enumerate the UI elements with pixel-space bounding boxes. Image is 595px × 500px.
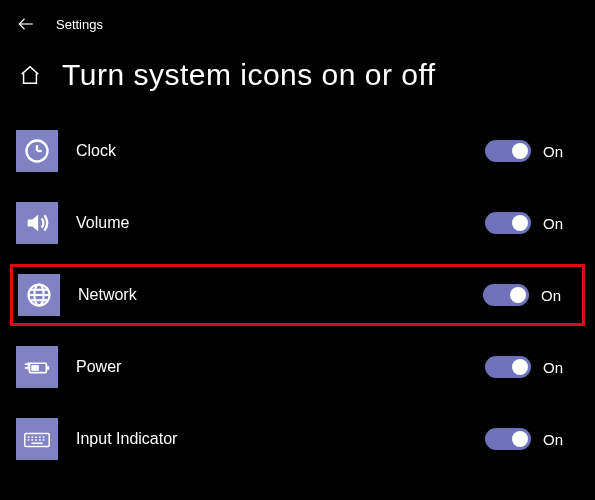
item-label: Power xyxy=(76,358,485,376)
toggle-network[interactable] xyxy=(483,284,529,306)
volume-icon xyxy=(16,202,58,244)
toggle-group: On xyxy=(485,140,569,162)
svg-rect-12 xyxy=(28,362,30,370)
toggle-clock[interactable] xyxy=(485,140,531,162)
toggle-state-label: On xyxy=(543,359,569,376)
back-arrow-icon xyxy=(17,15,35,33)
svg-rect-8 xyxy=(46,366,49,370)
header: Settings xyxy=(0,0,595,44)
power-icon xyxy=(16,346,58,388)
list-item-network: Network On xyxy=(12,266,583,324)
item-label: Volume xyxy=(76,214,485,232)
toggle-group: On xyxy=(483,284,567,306)
svg-rect-9 xyxy=(31,365,39,371)
toggle-state-label: On xyxy=(543,215,569,232)
toggle-group: On xyxy=(485,356,569,378)
toggle-state-label: On xyxy=(541,287,567,304)
item-label: Network xyxy=(78,286,483,304)
toggle-group: On xyxy=(485,212,569,234)
page-heading-row: Turn system icons on or off xyxy=(0,44,595,102)
network-icon xyxy=(18,274,60,316)
home-icon[interactable] xyxy=(18,63,42,87)
clock-icon xyxy=(16,130,58,172)
toggle-group: On xyxy=(485,428,569,450)
list-item-clock: Clock On xyxy=(16,122,579,180)
settings-list: Clock On Volume On xyxy=(0,102,595,468)
toggle-volume[interactable] xyxy=(485,212,531,234)
toggle-power[interactable] xyxy=(485,356,531,378)
toggle-input-indicator[interactable] xyxy=(485,428,531,450)
item-label: Clock xyxy=(76,142,485,160)
list-item-volume: Volume On xyxy=(16,194,579,252)
item-label: Input Indicator xyxy=(76,430,485,448)
list-item-input-indicator: Input Indicator On xyxy=(16,410,579,468)
toggle-state-label: On xyxy=(543,431,569,448)
back-button[interactable] xyxy=(12,10,40,38)
page-title: Turn system icons on or off xyxy=(62,58,436,92)
app-title: Settings xyxy=(56,17,103,32)
toggle-state-label: On xyxy=(543,143,569,160)
list-item-power: Power On xyxy=(16,338,579,396)
keyboard-icon xyxy=(16,418,58,460)
